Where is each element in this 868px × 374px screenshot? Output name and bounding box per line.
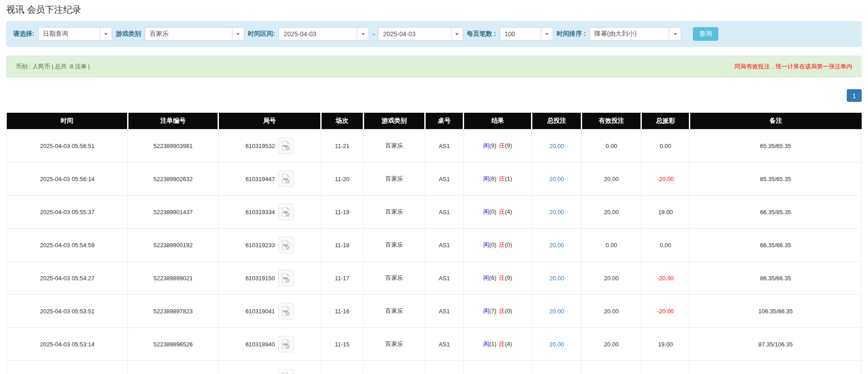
cell-table_no: AS1 [425,163,464,196]
total-bet-link[interactable]: 20.00 [549,308,564,315]
page-1-button[interactable]: 1 [847,89,862,102]
summary-bar: 币别 : 人民币 | 总共 :8 注单 | 同局有效投注，统一计算在该局第一张注… [6,56,862,77]
cell-result: 闲(8)庄(2) [464,361,532,374]
search-button[interactable]: 查询 [693,27,718,41]
game-type-select[interactable]: 百家乐 [145,27,244,41]
round-id: 610318940 [246,341,275,348]
cell-valid_bet: 20.00 [581,295,641,328]
page-size-select[interactable]: 100 [500,27,553,41]
cell-payout: 0.00 [641,129,690,163]
cell-result: 闲(1)庄(4) [464,328,532,361]
table-row: 2025-04-03 05:56:51522389903981610319532… [7,129,862,163]
video-replay-button[interactable] [278,303,294,319]
cell-valid_bet: 0.00 [581,129,641,163]
col-header-round_id: 局号 [218,113,321,129]
table-header: 时间注单编号局号场次游戏类别桌号结果总投注有效投注总派彩备注 [7,113,862,129]
video-replay-button[interactable] [278,270,294,286]
game-type-value: 百家乐 [145,30,232,38]
round-id: 610319150 [246,275,275,282]
cell-table_no: AS1 [425,295,464,328]
time-range-label: 时间区间: [248,30,275,38]
cell-remark: 107.35/87.35 [690,361,862,374]
cell-bet_id: 522389897823 [128,295,218,328]
total-bet-link[interactable]: 20.00 [549,275,564,282]
cell-game: 百家乐 [364,129,425,163]
cell-remark: 66.35/85.35 [690,196,862,229]
player-result-label: 闲 [483,142,489,149]
page-size-label: 每页笔数 : [467,30,496,38]
cell-valid_bet: 20.00 [581,328,641,361]
cell-bet_id: 522389902632 [128,163,218,196]
player-result-score: (8) [489,175,496,182]
cell-time: 2025-04-03 05:54:27 [7,262,128,295]
bets-table: 时间注单编号局号场次游戏类别桌号结果总投注有效投注总派彩备注 2025-04-0… [6,113,862,374]
cell-time: 2025-04-03 05:55:37 [7,196,128,229]
filter-bar: 请选择: 日期查询 游戏类别 百家乐 时间区间: 2025-04-03 ~ 20… [6,21,862,47]
page-root: 视讯 会员下注纪录 请选择: 日期查询 游戏类别 百家乐 时间区间: 2025-… [0,0,868,374]
cell-time: 2025-04-03 05:54:59 [7,229,128,262]
query-type-select[interactable]: 日期查询 [38,27,112,41]
cell-bet_id: 522389899021 [128,262,218,295]
video-replay-button[interactable] [278,336,294,352]
col-header-total_bet: 总投注 [532,113,582,129]
total-bet-link[interactable]: 20.00 [549,176,564,182]
video-replay-button[interactable] [278,138,294,154]
date-to-select[interactable]: 2025-04-03 [378,27,463,41]
total-bet-link[interactable]: 20.00 [549,143,564,149]
cell-session: 11-19 [321,196,364,229]
cell-game: 百家乐 [364,361,425,374]
time-sort-select[interactable]: 降幂(由大到小) [589,27,681,41]
cell-table_no: AS1 [425,262,464,295]
video-replay-button[interactable] [278,204,294,220]
cell-game: 百家乐 [364,328,425,361]
col-header-result: 结果 [464,113,532,129]
round-id: 610319233 [246,242,275,249]
cell-round_id: 610319334 [218,196,321,229]
cell-round_id: 610319233 [218,229,321,262]
player-result-score: (0) [489,241,496,248]
cell-valid_bet: 20.00 [581,262,641,295]
video-replay-button[interactable] [278,171,294,187]
video-replay-button[interactable] [278,237,294,253]
cell-time: 2025-04-03 05:56:14 [7,163,128,196]
cell-remark: 85.35/65.35 [690,163,862,196]
cell-game: 百家乐 [364,295,425,328]
cell-bet_id: 522389896526 [128,328,218,361]
cell-table_no: AS1 [425,361,464,374]
cell-bet_id: 522389894984 [128,361,218,374]
select-type-label: 请选择: [13,30,34,38]
banker-result-score: (0) [505,307,512,314]
cell-total_bet: 20.00 [532,328,582,361]
cell-session: 11-21 [321,129,364,163]
player-result-score: (0) [489,208,496,215]
cell-payout: -20.00 [641,262,690,295]
date-from-select[interactable]: 2025-04-03 [279,27,369,41]
banker-result-score: (4) [505,340,512,347]
cell-bet_id: 522389903981 [128,129,218,163]
cell-round_id: 610319150 [218,262,321,295]
total-bet-link[interactable]: 20.00 [549,341,564,348]
total-bet-link[interactable]: 20.00 [549,242,564,249]
col-header-remark: 备注 [690,113,862,129]
round-id: 610319532 [246,143,275,149]
cell-total_bet: 20.00 [532,229,582,262]
cell-payout: -20.00 [641,163,690,196]
cell-session: 11-16 [321,295,364,328]
cell-result: 闲(0)庄(4) [464,196,532,229]
cell-session: 11-18 [321,229,364,262]
cell-total_bet: 20.00 [532,163,582,196]
cell-session: 11-17 [321,262,364,295]
video-replay-button[interactable] [278,369,294,374]
player-result-score: (9) [489,142,496,149]
col-header-session: 场次 [321,113,364,129]
total-bet-link[interactable]: 20.00 [549,209,564,216]
chevron-down-icon [669,28,681,40]
time-sort-value: 降幂(由大到小) [590,30,669,38]
video-file-icon [282,306,290,316]
cell-payout: -20.00 [641,361,690,374]
cell-round_id: 610319532 [218,129,321,163]
video-file-icon [282,207,290,217]
banker-result-label: 庄 [499,175,505,182]
cell-game: 百家乐 [364,262,425,295]
cell-bet_id: 522389900192 [128,229,218,262]
